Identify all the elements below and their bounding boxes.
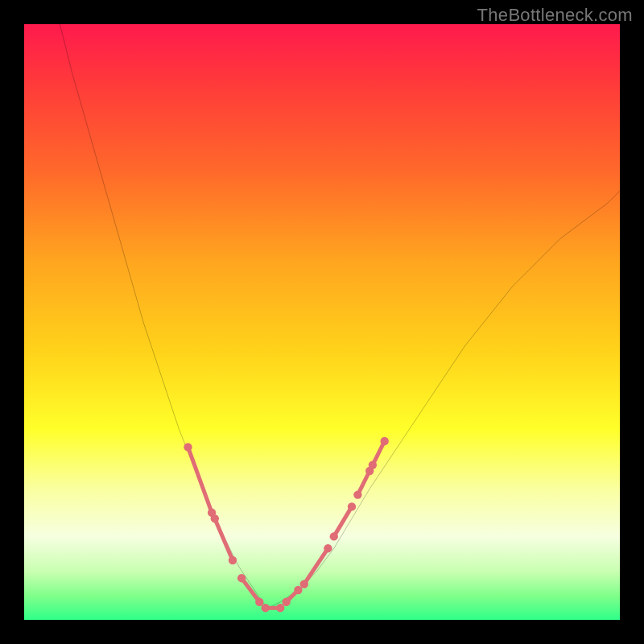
highlight-dot-5-1 [324,544,332,552]
highlight-dot-6-0 [330,532,338,540]
chart-plot [24,24,620,620]
highlight-dot-0-0 [184,443,192,451]
highlight-dot-1-1 [229,556,237,564]
highlight-dot-3-0 [262,604,270,612]
highlight-dot-5-0 [300,580,308,588]
highlight-dot-7-0 [353,490,361,498]
highlight-dot-4-0 [282,598,290,606]
highlight-dot-3-1 [276,604,284,612]
highlight-dot-8-1 [381,437,389,445]
outer-frame: TheBottleneck.com [0,0,644,644]
chart-background [24,24,620,620]
highlight-dot-6-1 [348,502,356,510]
highlight-dot-2-1 [255,598,263,606]
highlight-dot-2-0 [237,574,246,582]
watermark-text: TheBottleneck.com [477,5,633,26]
highlight-dot-1-0 [211,514,219,522]
highlight-dot-4-1 [294,586,302,594]
highlight-dot-8-0 [369,460,377,469]
